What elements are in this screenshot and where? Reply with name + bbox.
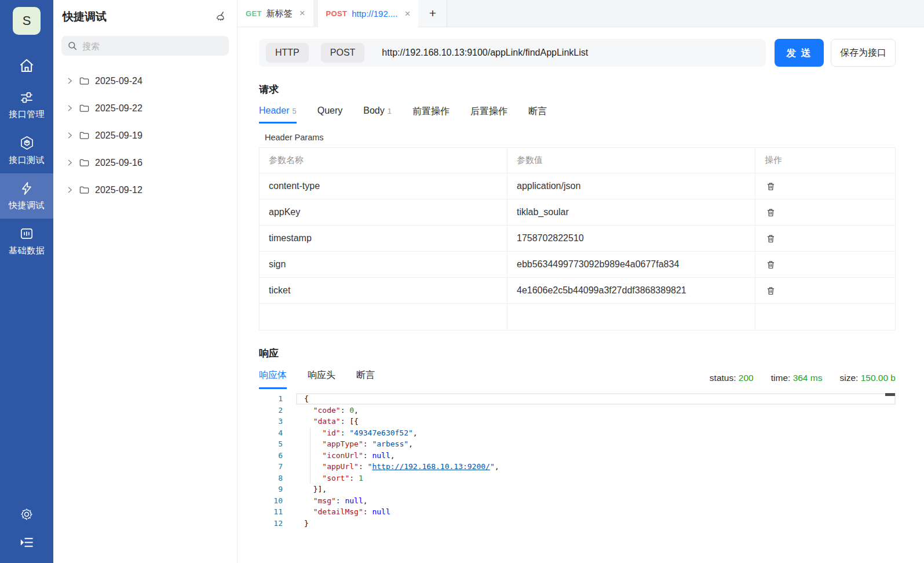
save-as-api-button[interactable]: 保存为接口 bbox=[831, 39, 896, 67]
tab-response-headers[interactable]: 响应头 bbox=[308, 369, 335, 389]
param-name-cell[interactable]: content-type bbox=[260, 173, 507, 199]
param-value-cell[interactable]: application/json bbox=[507, 173, 755, 199]
sidebar-item-label: 基础数据 bbox=[9, 245, 45, 256]
header-params-table: 参数名称 参数值 操作 content-type application/jso… bbox=[259, 147, 896, 330]
tab-close-icon[interactable]: × bbox=[404, 8, 410, 20]
tab-assert[interactable]: 断言 bbox=[528, 106, 547, 124]
param-value-cell[interactable]: tiklab_soular bbox=[507, 199, 755, 225]
tab-pre-ops[interactable]: 前置操作 bbox=[412, 106, 450, 124]
tab-close-icon[interactable]: × bbox=[300, 8, 305, 19]
delete-row-button[interactable] bbox=[765, 285, 777, 297]
code-line: 2 "code": 0, bbox=[259, 405, 896, 416]
param-name-cell[interactable]: appKey bbox=[260, 199, 507, 225]
send-button[interactable]: 发 送 bbox=[775, 39, 824, 67]
table-row: sign ebb5634499773092b989e4a0677fa834 bbox=[260, 252, 895, 278]
folder-row[interactable]: 2025-09-16 bbox=[61, 149, 229, 176]
folder-icon bbox=[79, 103, 90, 114]
delete-row-button[interactable] bbox=[765, 180, 777, 192]
delete-row-button[interactable] bbox=[765, 259, 777, 271]
tab-label: Query bbox=[317, 106, 343, 116]
menu-unfold-icon[interactable] bbox=[19, 535, 35, 550]
folder-row[interactable]: 2025-09-12 bbox=[61, 176, 229, 204]
chevron-right-icon[interactable] bbox=[66, 104, 74, 112]
column-header: 参数值 bbox=[507, 148, 755, 173]
url-input[interactable]: http://192.168.10.13:9100/appLink/findAp… bbox=[382, 48, 759, 58]
tab-post-ops[interactable]: 后置操作 bbox=[470, 106, 507, 124]
folder-label: 2025-09-12 bbox=[95, 185, 143, 195]
tab-label: Header bbox=[259, 106, 289, 116]
line-number: 2 bbox=[259, 405, 296, 416]
param-name-cell[interactable]: sign bbox=[260, 252, 507, 277]
clear-broom-icon[interactable] bbox=[214, 10, 228, 24]
line-content: { bbox=[296, 393, 896, 405]
response-meta: status: 200 time: 364 ms size: 150.00 b bbox=[710, 373, 896, 389]
sidebar-item-quick-debug[interactable]: 快捷调试 bbox=[0, 173, 53, 219]
code-line: 11 "detailMsg": null bbox=[259, 506, 896, 518]
chevron-right-icon[interactable] bbox=[66, 77, 74, 85]
delete-row-button[interactable] bbox=[765, 233, 777, 245]
response-editor[interactable]: 1{2 "code": 0,3 "data": [{4 "id": "49347… bbox=[259, 393, 896, 529]
sidebar-item-label: 快捷调试 bbox=[9, 200, 45, 211]
new-tab-button[interactable]: + bbox=[418, 0, 447, 27]
line-number: 11 bbox=[259, 506, 296, 518]
line-content: "data": [{ bbox=[296, 416, 896, 427]
folder-row[interactable]: 2025-09-22 bbox=[61, 95, 229, 122]
delete-row-button[interactable] bbox=[765, 206, 777, 219]
param-name-cell[interactable]: ticket bbox=[260, 278, 507, 303]
trash-icon bbox=[766, 208, 776, 217]
sidebar-bottom bbox=[0, 507, 53, 563]
trash-icon bbox=[766, 234, 776, 244]
settings-gear-icon[interactable] bbox=[19, 507, 34, 522]
line-number: 6 bbox=[259, 450, 296, 462]
line-content: "iconUrl": null, bbox=[296, 450, 896, 462]
table-row: content-type application/json bbox=[260, 173, 895, 199]
search-box[interactable] bbox=[61, 36, 229, 56]
sidebar-item-api-test[interactable]: 接口测试 bbox=[0, 128, 53, 173]
tab-body[interactable]: Body 1 bbox=[363, 106, 392, 124]
sidebar-item-api-manage[interactable]: 接口管理 bbox=[0, 82, 53, 128]
line-content: "code": 0, bbox=[296, 405, 896, 416]
folder-row[interactable]: 2025-09-19 bbox=[61, 122, 229, 149]
folder-icon bbox=[79, 130, 90, 141]
app-logo[interactable]: S bbox=[13, 7, 41, 35]
time-label: time: bbox=[771, 373, 791, 383]
chevron-right-icon[interactable] bbox=[66, 132, 74, 139]
app-sidebar: S 接口管理 接口 bbox=[0, 0, 53, 563]
sidebar-item-base-data[interactable]: 基础数据 bbox=[0, 219, 53, 264]
scrollbar-handle[interactable] bbox=[885, 393, 895, 396]
folder-row[interactable]: 2025-09-24 bbox=[61, 67, 229, 95]
line-number: 5 bbox=[259, 438, 296, 450]
chevron-right-icon[interactable] bbox=[66, 186, 74, 194]
request-tab-get[interactable]: GET 新标签 × bbox=[238, 0, 313, 27]
tab-response-assert[interactable]: 断言 bbox=[356, 369, 375, 389]
param-name-cell[interactable]: timestamp bbox=[260, 226, 507, 251]
table-row: timestamp 1758702822510 bbox=[260, 226, 895, 252]
protocol-select[interactable]: HTTP bbox=[266, 43, 309, 63]
tab-method-get: GET bbox=[246, 9, 262, 18]
folder-label: 2025-09-19 bbox=[95, 130, 143, 141]
table-empty-row[interactable] bbox=[260, 304, 895, 330]
trash-icon bbox=[766, 181, 776, 191]
tab-query[interactable]: Query bbox=[317, 106, 343, 124]
chevron-right-icon[interactable] bbox=[66, 159, 74, 166]
tab-response-body[interactable]: 响应体 bbox=[259, 369, 287, 389]
param-value-cell[interactable]: 4e1606e2c5b44099a3f27ddf3868389821 bbox=[507, 278, 755, 303]
search-input[interactable] bbox=[82, 41, 223, 51]
param-value-cell[interactable]: 1758702822510 bbox=[507, 226, 755, 251]
request-tab-post-active[interactable]: POST http://192.... × bbox=[318, 0, 419, 27]
tab-title: http://192.... bbox=[352, 9, 397, 19]
table-header-row: 参数名称 参数值 操作 bbox=[260, 148, 895, 173]
sidebar-item-home[interactable] bbox=[0, 51, 53, 82]
param-value-cell[interactable]: ebb5634499773092b989e4a0677fa834 bbox=[507, 252, 755, 277]
header-params-label: Header Params bbox=[265, 133, 896, 142]
tab-label: 前置操作 bbox=[412, 106, 450, 118]
tab-header[interactable]: Header 5 bbox=[259, 106, 297, 124]
panel-title: 快捷调试 bbox=[63, 9, 107, 24]
trash-icon bbox=[766, 260, 776, 270]
code-line: 10 "msg": null, bbox=[259, 495, 896, 507]
sliders-icon bbox=[19, 90, 34, 105]
line-number: 9 bbox=[259, 484, 296, 495]
method-select[interactable]: POST bbox=[321, 43, 365, 63]
line-number: 4 bbox=[259, 427, 296, 439]
indent-guide bbox=[310, 427, 311, 484]
